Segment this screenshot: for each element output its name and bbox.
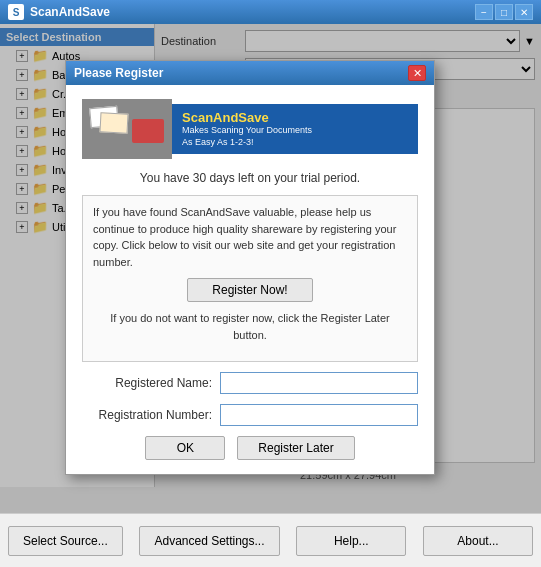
dialog-banner: ScanAndSave Makes Scaning Your Documents… xyxy=(82,99,418,159)
window-controls: − □ ✕ xyxy=(475,4,533,20)
app-icon: S xyxy=(8,4,24,20)
register-later-note: If you do not want to register now, clic… xyxy=(93,310,407,343)
registration-number-row: Registration Number: xyxy=(82,404,418,426)
registration-number-label: Registration Number: xyxy=(82,408,212,422)
select-source-button[interactable]: Select Source... xyxy=(8,526,123,556)
dialog-body: ScanAndSave Makes Scaning Your Documents… xyxy=(66,85,434,474)
register-now-button[interactable]: Register Now! xyxy=(187,278,312,302)
info-box: If you have found ScanAndSave valuable, … xyxy=(82,195,418,362)
registration-number-input[interactable] xyxy=(220,404,418,426)
close-button[interactable]: ✕ xyxy=(515,4,533,20)
title-bar: S ScanAndSave − □ ✕ xyxy=(0,0,541,24)
dialog-titlebar: Please Register ✕ xyxy=(66,61,434,85)
dialog-close-button[interactable]: ✕ xyxy=(408,65,426,81)
banner-app-name: ScanAndSave xyxy=(182,110,408,125)
help-button[interactable]: Help... xyxy=(296,526,406,556)
info-text: If you have found ScanAndSave valuable, … xyxy=(93,206,396,268)
register-dialog: Please Register ✕ ScanAndSave Makes Scan… xyxy=(65,60,435,475)
registered-name-input[interactable] xyxy=(220,372,418,394)
trial-message: You have 30 days left on your trial peri… xyxy=(82,171,418,185)
doc-icon-2 xyxy=(99,112,128,133)
advanced-settings-button[interactable]: Advanced Settings... xyxy=(139,526,279,556)
register-later-button[interactable]: Register Later xyxy=(237,436,354,460)
dialog-buttons: OK Register Later xyxy=(82,436,418,460)
ok-button[interactable]: OK xyxy=(145,436,225,460)
maximize-button[interactable]: □ xyxy=(495,4,513,20)
registered-name-row: Registered Name: xyxy=(82,372,418,394)
app-title: ScanAndSave xyxy=(30,5,110,19)
banner-text-block: ScanAndSave Makes Scaning Your Documents… xyxy=(172,104,418,154)
minimize-button[interactable]: − xyxy=(475,4,493,20)
dialog-title: Please Register xyxy=(74,66,163,80)
registered-name-label: Registered Name: xyxy=(82,376,212,390)
banner-tagline: Makes Scaning Your DocumentsAs Easy As 1… xyxy=(182,125,408,148)
scanner-icon xyxy=(132,119,164,143)
banner-image xyxy=(82,99,172,159)
bottom-bar: Select Source... Advanced Settings... He… xyxy=(0,513,541,567)
about-button[interactable]: About... xyxy=(423,526,533,556)
